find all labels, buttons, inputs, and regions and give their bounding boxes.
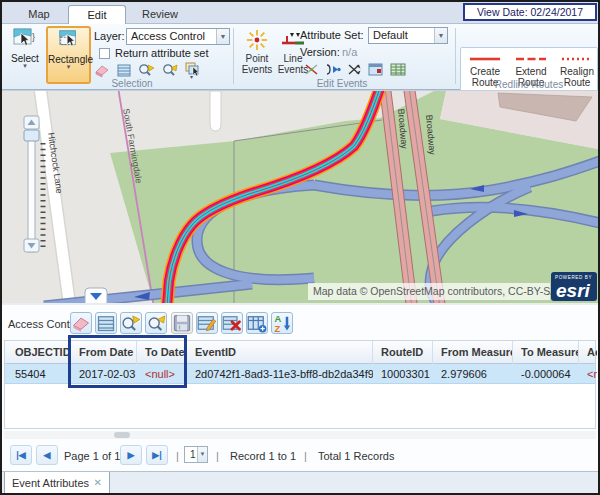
grid-horizontal-scrollbar[interactable] [4,431,596,439]
point-events-label: Point Events [240,53,274,75]
redline-routes-group-label: Redline Routes [460,79,598,90]
road-stub [210,91,221,131]
merge-events-icon[interactable] [325,62,341,77]
column-header[interactable]: To Date [137,341,187,364]
zoom-slider-thumb[interactable] [24,130,39,141]
rectangle-dropdown-carat[interactable]: ▾ [48,65,89,69]
table-row-selected[interactable]: 55404 2017-02-03 <null> 2d0742f1-8ad3-11… [5,364,595,384]
layer-dropdown-arrow-icon[interactable]: ▼ [216,29,229,44]
column-header[interactable]: To Measure [513,341,579,364]
tab-review[interactable]: Review [132,5,188,24]
first-page-button[interactable]: |◀ [10,445,32,465]
record-pager: |◀ ◀ Page 1 of 1 ▶ ▶| | 1 ▼ | Record 1 t… [2,441,598,471]
next-page-button[interactable]: ▶ [120,445,142,465]
tab-map[interactable]: Map [14,5,64,24]
add-to-selection-button[interactable] [246,312,268,334]
layer-label: Layer: [94,30,125,42]
select-button[interactable]: } Select ▾ [6,26,44,82]
return-attribute-set-checkbox[interactable] [99,48,110,59]
dissolve-events-icon[interactable] [347,62,362,77]
cell-from-measure: 2.979606 [433,364,513,384]
total-records-text: Total 1 Records [318,450,394,462]
grid-header: OBJECTID From Date To Date EventID Route… [5,341,595,364]
selection-group-label: Selection [62,78,202,89]
record-range-text: Record 1 to 1 [230,450,296,462]
close-tab-icon[interactable]: ✕ [94,472,102,494]
layer-dropdown[interactable]: Access Control ▼ [126,28,230,45]
attribute-set-dropdown-arrow-icon[interactable]: ▼ [434,28,447,43]
column-header[interactable]: RouteID [373,341,433,364]
select-tool-icon: } [12,27,38,51]
page-select-arrow-icon[interactable]: ▼ [197,447,207,462]
column-header[interactable]: Ac [579,341,597,364]
cell-to-date[interactable]: <null> [137,364,187,384]
column-header[interactable]: From Date [71,341,137,364]
overlay-window-icon[interactable] [368,62,384,77]
selection-small-toolbar: ▾ [94,61,201,79]
cell-eventid: 2d0742f1-8ad3-11e3-bff8-db2da34f95fe [187,364,373,384]
map-graphics: Hitchcock Lane South Farmingdale Broadwa… [2,91,598,304]
tab-edit[interactable]: Edit [68,5,126,24]
sort-button[interactable]: AZ [271,312,293,334]
page-select[interactable]: 1 ▼ [184,446,208,463]
pager-separator: | [304,450,307,462]
pan-to-selected-button[interactable] [145,312,167,334]
zoom-to-selected-icon[interactable] [138,62,155,78]
select-dropdown-carat[interactable]: ▾ [7,64,43,68]
cell-access: <n [579,364,597,384]
version-label: Version: [300,46,340,58]
event-editor-window: Map Edit Review View Date: 02/24/2017 } … [0,0,600,495]
view-date-badge: View Date: 02/24/2017 [463,3,597,21]
attribute-table-button[interactable] [95,312,117,334]
attribute-set-label: Attribute Set: [300,29,364,41]
save-button[interactable] [171,312,193,334]
map-canvas[interactable]: Hitchcock Lane South Farmingdale Broadwa… [2,90,598,303]
pan-to-selected-icon[interactable] [161,62,178,78]
edit-events-small-toolbar [304,62,406,77]
event-attributes-tab[interactable]: Event Attributes ✕ [4,472,110,495]
column-header[interactable]: OBJECTID [7,341,71,364]
realign-route-icon [560,54,594,64]
delete-event-button[interactable] [221,312,243,334]
page-count-text: Page 1 of 1 [64,450,120,462]
cell-to-measure: -0.000064 [513,364,579,384]
attribute-set-value: Default [373,29,408,41]
svg-text:Z: Z [275,324,281,333]
clear-selection-icon[interactable] [94,62,110,78]
zoom-to-selected-button[interactable] [120,312,142,334]
column-header[interactable]: From Measure [433,341,513,364]
attribute-table-icon[interactable] [116,62,132,78]
return-attribute-set-label: Return attribute set [115,47,209,59]
map-attribution: Map data © OpenStreetMap contributors, C… [313,285,557,297]
point-events-icon [245,29,269,51]
cell-routeid: 10003301 [373,364,433,384]
layer-dropdown-value: Access Control [131,30,205,42]
main-tabstrip: Map Edit Review View Date: 02/24/2017 [2,2,598,24]
pager-separator: | [176,450,179,462]
event-table-icon[interactable] [390,62,406,77]
create-route-icon [468,54,502,64]
split-event-icon[interactable] [304,62,319,77]
version-value: n/a [342,46,357,58]
scrollbar-thumb[interactable] [114,432,130,438]
cell-from-date[interactable]: 2017-02-03 [71,364,137,384]
event-attributes-panel: Access Control AZ [2,303,598,493]
edit-attributes-button[interactable] [196,312,218,334]
previous-page-button[interactable]: ◀ [36,445,58,465]
column-header[interactable]: EventID [187,341,373,364]
attribute-set-dropdown[interactable]: Default ▼ [368,27,448,44]
extend-route-icon [514,54,548,64]
last-page-button[interactable]: ▶| [146,445,168,465]
esri-logo: POWERED BY esri [551,272,597,301]
point-events-button[interactable]: Point Events [239,28,275,80]
rectangle-select-icon [57,28,81,52]
rectangle-select-button[interactable]: Rectangle ▾ [46,26,91,84]
select-layers-icon[interactable]: ▾ [184,61,201,79]
event-attributes-tab-label: Event Attributes [12,477,89,489]
group-divider [455,28,456,84]
pager-separator: | [216,450,219,462]
map-collapse-button[interactable] [85,288,107,304]
group-divider [233,28,234,84]
esri-brand-text: esri [556,280,591,301]
clear-selection-button[interactable] [70,312,92,334]
